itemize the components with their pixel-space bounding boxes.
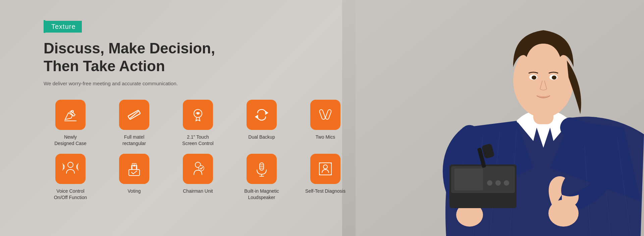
feature-label-touch-screen: 2.1" TouchScreen Control [182,134,213,147]
feature-icon-two-mics [310,100,340,130]
svg-point-12 [532,76,536,80]
svg-point-21 [487,180,492,186]
svg-point-22 [495,180,501,186]
svg-point-40 [199,166,204,171]
feature-label-magnetic-speaker: Built-in MagneticLoudspeaker [244,188,279,201]
feature-item-magnetic-speaker: Built-in MagneticLoudspeaker [235,154,288,201]
person-area [342,0,644,236]
svg-point-13 [552,76,556,80]
page-wrapper: Texture Discuss, Make Decision, Then Tak… [0,0,644,236]
feature-icon-voting [119,154,149,184]
feature-item-touch-screen: 2.1" TouchScreen Control [171,100,225,147]
feature-item-two-mics: Two Mics [299,100,352,147]
feature-icon-dual-backup [247,100,277,130]
svg-point-25 [71,110,73,112]
feature-item-full-matel: Full matelrectangular [107,100,161,147]
svg-point-34 [68,162,73,168]
feature-item-dual-backup: Dual Backup [235,100,288,147]
feature-icon-voice-control [55,154,86,184]
feature-icon-chairman-unit [183,154,213,184]
feature-label-dual-backup: Dual Backup [248,134,275,141]
svg-rect-20 [454,169,483,190]
feature-label-newly-designed-case: NewlyDesigned Case [54,134,87,147]
texture-label: Texture [45,21,82,33]
feature-item-chairman-unit: Chairman Unit [171,154,225,201]
svg-marker-30 [266,111,268,114]
feature-item-voice-control: Voice ControlOn/Off Function [44,154,97,201]
svg-rect-36 [132,163,136,170]
texture-badge: Texture [44,20,345,33]
feature-item-newly-designed-case: NewlyDesigned Case [44,100,97,147]
feature-item-self-test: Self-Test Diagnosis [299,154,352,201]
feature-label-full-matel: Full matelrectangular [122,134,146,147]
feature-icon-touch-screen [183,100,213,130]
svg-point-48 [323,165,327,169]
content-area: Texture Discuss, Make Decision, Then Tak… [44,20,345,201]
feature-icon-magnetic-speaker [247,154,277,184]
svg-marker-31 [256,115,258,118]
subtitle: We deliver worry-free meeting and accura… [44,81,345,86]
feature-icon-self-test [310,154,340,184]
features-grid: NewlyDesigned Case Full matelrectangular [44,100,345,201]
feature-label-voting: Voting [128,188,141,195]
svg-point-29 [197,113,199,114]
feature-label-two-mics: Two Mics [316,134,335,141]
title-line2: Then Take Action [44,58,165,74]
feature-icon-full-matel [119,100,149,130]
feature-item-voting: Voting [107,154,161,201]
svg-rect-32 [319,109,326,120]
feature-label-self-test: Self-Test Diagnosis [305,188,345,195]
feature-label-voice-control: Voice ControlOn/Off Function [54,188,87,201]
main-title: Discuss, Make Decision, Then Take Action [44,40,345,75]
svg-point-23 [504,180,509,186]
svg-rect-35 [129,170,140,176]
feature-label-chairman-unit: Chairman Unit [183,188,213,195]
feature-icon-newly-designed-case [55,100,86,130]
person-illustration [356,0,644,236]
svg-rect-33 [325,109,332,120]
title-line1: Discuss, Make Decision, [44,40,215,56]
